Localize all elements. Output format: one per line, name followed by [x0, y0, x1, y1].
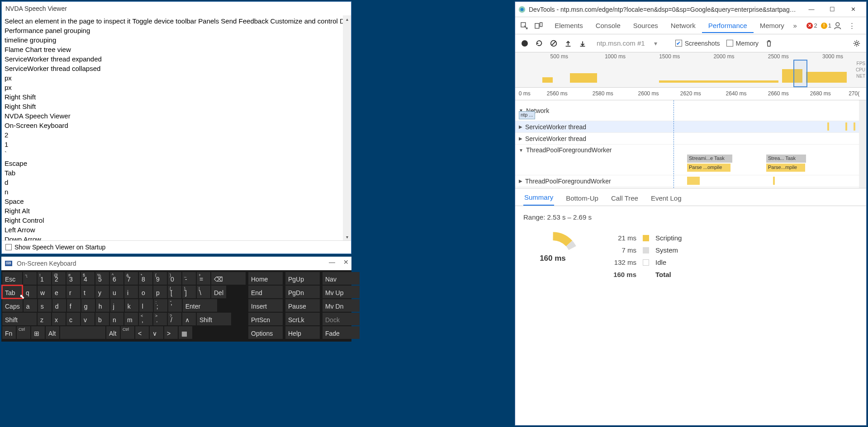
key-p[interactable]: p: [153, 286, 167, 298]
key-enter[interactable]: Enter: [183, 299, 217, 312]
key-9[interactable]: (9: [153, 272, 167, 285]
key-pause[interactable]: Pause: [285, 299, 320, 312]
key-h[interactable]: h: [96, 299, 109, 312]
key-alt[interactable]: Alt: [106, 326, 120, 339]
key-k[interactable]: k: [125, 299, 138, 312]
key-/[interactable]: ?/: [168, 313, 181, 325]
key-z[interactable]: z: [38, 313, 51, 325]
key-pgup[interactable]: PgUp: [285, 272, 320, 285]
key-caps[interactable]: Caps: [2, 299, 23, 312]
key-y[interactable]: y: [95, 286, 109, 298]
screenshots-checkbox[interactable]: ✔Screenshots: [675, 40, 720, 47]
key-3[interactable]: #3: [66, 272, 80, 285]
tab-sources[interactable]: Sources: [627, 18, 664, 33]
upload-button[interactable]: [564, 39, 572, 47]
key-end[interactable]: End: [248, 286, 283, 298]
key->[interactable]: >: [164, 326, 178, 339]
key-1[interactable]: !1: [38, 272, 51, 285]
key-ctrl[interactable]: Ctrl: [17, 326, 30, 339]
download-button[interactable]: [579, 39, 587, 47]
key-v[interactable]: v: [81, 313, 95, 325]
key-4[interactable]: $4: [81, 272, 95, 285]
key-q[interactable]: q: [23, 286, 37, 298]
key-n[interactable]: n: [110, 313, 123, 325]
more-tabs-icon[interactable]: »: [791, 21, 800, 30]
minimize-button[interactable]: —: [801, 3, 822, 16]
key-⌫[interactable]: ⌫: [211, 272, 246, 285]
maximize-button[interactable]: ☐: [822, 3, 843, 16]
key-fn[interactable]: Fn: [2, 326, 16, 339]
scroll-down-icon[interactable]: ▾: [343, 233, 351, 240]
flame-chart[interactable]: ▼Network ntp ... ▶ServiceWorker thread ▶…: [515, 100, 866, 188]
key-alt[interactable]: Alt: [46, 326, 59, 339]
warnings-badge[interactable]: !1: [821, 22, 831, 29]
key-del[interactable]: Del: [211, 286, 226, 298]
show-on-startup-checkbox[interactable]: [5, 244, 12, 250]
key-nav[interactable]: Nav: [323, 272, 360, 285]
key-\[interactable]: |\: [197, 286, 210, 298]
key-u[interactable]: u: [110, 286, 123, 298]
key-pgdn[interactable]: PgDn: [285, 286, 320, 298]
key-mvup[interactable]: Mv Up: [323, 286, 360, 298]
key-esc[interactable]: Esc: [2, 272, 22, 285]
minimize-button[interactable]: —: [329, 258, 335, 266]
errors-badge[interactable]: ✕2: [806, 22, 817, 29]
settings-gear-icon[interactable]: [853, 39, 861, 47]
key-s[interactable]: s: [38, 299, 52, 312]
key-`[interactable]: ~`: [23, 272, 37, 285]
nvda-scrollbar[interactable]: ▴ ▾: [343, 15, 351, 240]
key-scrlk[interactable]: ScrLk: [285, 313, 320, 325]
key-5[interactable]: %5: [95, 272, 109, 285]
recording-url[interactable]: ntp.msn.com #1: [597, 39, 645, 47]
parse-block[interactable]: Parse...mpile: [766, 164, 805, 172]
key-7[interactable]: &7: [124, 272, 138, 285]
key-8[interactable]: *8: [139, 272, 152, 285]
timeline-overview[interactable]: 500 ms1000 ms1500 ms2000 ms2500 ms3000 m…: [515, 52, 866, 88]
key-⊞[interactable]: ⊞: [31, 326, 45, 339]
key-ctrl[interactable]: Ctrl: [121, 326, 134, 339]
task-block[interactable]: Strea... Task: [766, 155, 806, 163]
close-button[interactable]: ✕: [343, 258, 349, 266]
tab-elements[interactable]: Elements: [548, 18, 589, 33]
key-insert[interactable]: Insert: [248, 299, 283, 312]
timeline-ruler[interactable]: 0 ms2560 ms2580 ms2600 ms2620 ms2640 ms2…: [515, 88, 866, 100]
memory-checkbox[interactable]: Memory: [726, 40, 759, 47]
device-toolbar-icon[interactable]: [534, 21, 543, 30]
clear-button[interactable]: [550, 39, 558, 47]
key-r[interactable]: r: [66, 286, 80, 298]
key-g[interactable]: g: [81, 299, 95, 312]
subtab-call-tree[interactable]: Call Tree: [610, 191, 639, 206]
scroll-up-icon[interactable]: ▴: [343, 15, 351, 23]
key-.[interactable]: >.: [153, 313, 167, 325]
key-=[interactable]: +=: [197, 272, 210, 285]
subtab-event-log[interactable]: Event Log: [650, 191, 683, 206]
key-space[interactable]: [60, 326, 105, 339]
key-,[interactable]: <,: [139, 313, 152, 325]
key-dock[interactable]: Dock: [323, 313, 360, 325]
key-c[interactable]: c: [66, 313, 80, 325]
key-;[interactable]: :;: [154, 299, 167, 312]
tab-performance[interactable]: Performance: [702, 18, 754, 33]
key-i[interactable]: i: [124, 286, 138, 298]
task-block[interactable]: Streami...e Task: [687, 155, 732, 163]
key-d[interactable]: d: [52, 299, 66, 312]
key-][interactable]: }]: [182, 286, 196, 298]
key-w[interactable]: w: [38, 286, 51, 298]
flame-scrollbar[interactable]: [859, 100, 866, 188]
tab-memory[interactable]: Memory: [754, 18, 791, 33]
key-t[interactable]: t: [81, 286, 95, 298]
key-o[interactable]: o: [139, 286, 152, 298]
recording-dropdown-icon[interactable]: ▾: [654, 40, 657, 47]
key-fade[interactable]: Fade: [323, 326, 360, 339]
key-∨[interactable]: ∨: [150, 326, 163, 339]
key-<[interactable]: <: [135, 326, 149, 339]
key-shift[interactable]: Shift: [197, 313, 231, 325]
key-▦[interactable]: ▦: [179, 326, 192, 339]
key-help[interactable]: Help: [285, 326, 320, 339]
subtab-bottom-up[interactable]: Bottom-Up: [565, 191, 599, 206]
key-tab[interactable]: Tab⬉: [2, 286, 22, 298]
feedback-icon[interactable]: [833, 21, 842, 30]
key-e[interactable]: e: [52, 286, 66, 298]
key-x[interactable]: x: [52, 313, 66, 325]
close-button[interactable]: ✕: [843, 3, 863, 16]
